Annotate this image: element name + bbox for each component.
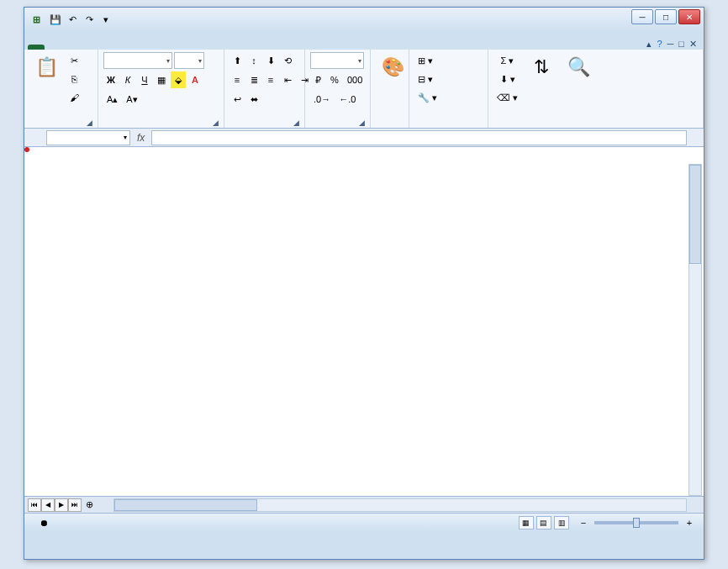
find-icon: 🔍 xyxy=(565,54,592,81)
font-size-combo[interactable] xyxy=(174,52,204,69)
styles-icon: 🎨 xyxy=(379,54,406,81)
percent-icon[interactable]: % xyxy=(327,71,342,88)
horizontal-scrollbar[interactable] xyxy=(113,498,687,512)
dialog-launcher-icon[interactable]: ◢ xyxy=(87,119,92,127)
align-left-icon[interactable]: ≡ xyxy=(229,71,245,88)
doc-restore-icon[interactable]: □ xyxy=(678,39,684,50)
highlight-annotation xyxy=(24,147,29,152)
new-sheet-icon[interactable]: ⊕ xyxy=(82,497,97,514)
status-bar: ⏺ ▦ ▤ ▥ − + xyxy=(24,513,704,531)
align-bottom-icon[interactable]: ⬇ xyxy=(263,52,278,69)
qat-dropdown-icon[interactable]: ▾ xyxy=(98,12,113,27)
minimize-button[interactable]: ─ xyxy=(631,9,653,24)
sheet-nav-first-icon[interactable]: ⏮ xyxy=(28,498,41,512)
ribbon-tabs: ▴ ? ─ □ ✕ xyxy=(24,31,704,50)
decrease-decimal-icon[interactable]: ←.0 xyxy=(335,91,359,108)
align-center-icon[interactable]: ≣ xyxy=(246,71,261,88)
indent-decrease-icon[interactable]: ⇤ xyxy=(280,71,295,88)
close-button[interactable]: ✕ xyxy=(678,9,700,24)
ribbon: 📋 ✂ ⎘ 🖌 ◢ Ж К Ч xyxy=(24,50,704,129)
merge-cells-icon[interactable]: ⬌ xyxy=(246,91,261,108)
formula-bar[interactable] xyxy=(151,130,687,145)
sheet-nav-next-icon[interactable]: ▶ xyxy=(55,498,68,512)
ribbon-minimize-icon[interactable]: ▴ xyxy=(646,39,652,50)
undo-icon[interactable]: ↶ xyxy=(65,12,80,27)
align-top-icon[interactable]: ⬆ xyxy=(229,52,245,69)
styles-button[interactable]: 🎨 xyxy=(376,52,409,84)
number-format-combo[interactable] xyxy=(310,52,364,69)
dialog-launcher-icon[interactable]: ◢ xyxy=(213,119,219,127)
redo-icon[interactable]: ↷ xyxy=(82,12,97,27)
sort-filter-button[interactable]: ⇅ xyxy=(525,52,558,84)
clipboard-icon: 📋 xyxy=(33,54,60,81)
copy-icon[interactable]: ⎘ xyxy=(66,71,82,87)
align-middle-icon[interactable]: ↕ xyxy=(246,52,261,69)
macro-record-icon[interactable]: ⏺ xyxy=(40,518,49,528)
fill-icon[interactable]: ⬇ ▾ xyxy=(493,71,521,87)
sheet-nav-last-icon[interactable]: ⏭ xyxy=(68,498,82,512)
save-icon[interactable]: 💾 xyxy=(48,12,63,27)
dialog-launcher-icon[interactable]: ◢ xyxy=(359,119,365,127)
cut-icon[interactable]: ✂ xyxy=(66,52,82,69)
align-right-icon[interactable]: ≡ xyxy=(263,71,278,88)
slider-thumb[interactable] xyxy=(633,518,640,528)
dialog-launcher-icon[interactable]: ◢ xyxy=(293,119,299,127)
underline-button[interactable]: Ч xyxy=(137,71,152,88)
vertical-scrollbar[interactable] xyxy=(688,164,702,496)
zoom-in-icon[interactable]: + xyxy=(682,514,697,531)
increase-decimal-icon[interactable]: .0→ xyxy=(310,91,334,108)
styles-group-label xyxy=(376,126,404,128)
maximize-button[interactable]: □ xyxy=(655,9,677,24)
scrollbar-thumb[interactable] xyxy=(114,499,257,511)
italic-button[interactable]: К xyxy=(120,71,135,88)
page-break-view-icon[interactable]: ▥ xyxy=(554,516,569,529)
insert-cells-button[interactable]: ⊞ ▾ xyxy=(414,52,436,69)
find-select-button[interactable]: 🔍 xyxy=(562,52,595,84)
clear-icon[interactable]: ⌫ ▾ xyxy=(493,89,521,106)
border-button[interactable]: ▦ xyxy=(154,71,169,88)
delete-cells-button[interactable]: ⊟ ▾ xyxy=(414,71,436,87)
excel-icon: ⊞ xyxy=(29,13,43,26)
autosum-icon[interactable]: Σ ▾ xyxy=(493,52,521,69)
name-box[interactable] xyxy=(46,130,130,145)
scrollbar-thumb[interactable] xyxy=(689,165,701,264)
font-color-button[interactable]: A xyxy=(187,71,203,88)
currency-icon[interactable]: ₽ xyxy=(310,71,325,88)
page-layout-view-icon[interactable]: ▤ xyxy=(536,516,551,529)
titlebar: ⊞ 💾 ↶ ↷ ▾ ─ □ ✕ xyxy=(24,8,704,31)
help-icon[interactable]: ? xyxy=(657,39,662,50)
zoom-out-icon[interactable]: − xyxy=(576,514,591,531)
zoom-slider[interactable] xyxy=(594,521,678,524)
normal-view-icon[interactable]: ▦ xyxy=(519,516,534,529)
format-painter-icon[interactable]: 🖌 xyxy=(66,89,82,106)
doc-minimize-icon[interactable]: ─ xyxy=(667,39,674,50)
format-cells-button[interactable]: 🔧 ▾ xyxy=(414,89,440,106)
sort-icon: ⇅ xyxy=(528,54,555,81)
increase-font-icon[interactable]: A▴ xyxy=(103,91,121,108)
quick-access-toolbar: 💾 ↶ ↷ ▾ xyxy=(48,12,113,27)
comma-icon[interactable]: 000 xyxy=(344,71,366,88)
decrease-font-icon[interactable]: A▾ xyxy=(123,91,140,108)
worksheet-area xyxy=(24,147,704,496)
paste-button[interactable]: 📋 xyxy=(29,52,63,84)
orientation-icon[interactable]: ⟲ xyxy=(280,52,295,69)
fx-icon[interactable]: fx xyxy=(137,132,145,144)
sheet-nav-prev-icon[interactable]: ◀ xyxy=(41,498,55,512)
wrap-text-icon[interactable]: ↩ xyxy=(229,91,245,108)
font-name-combo[interactable] xyxy=(103,52,172,69)
bold-button[interactable]: Ж xyxy=(103,71,119,88)
fill-color-button[interactable]: ⬙ xyxy=(171,71,186,88)
doc-close-icon[interactable]: ✕ xyxy=(689,39,697,50)
